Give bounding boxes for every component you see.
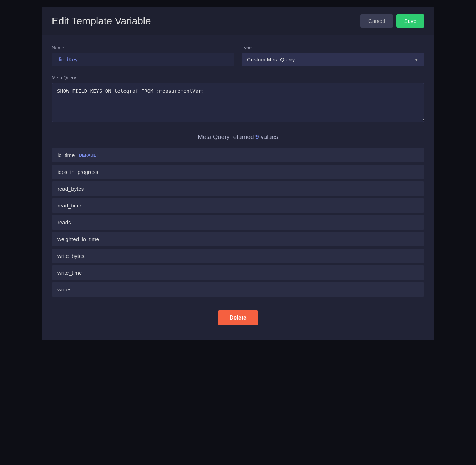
- result-item-name: write_time: [57, 270, 82, 276]
- result-summary-suffix: values: [259, 134, 278, 140]
- modal-header: Edit Template Variable Cancel Save: [42, 7, 434, 35]
- query-result-info: Meta Query returned 9 values: [52, 134, 424, 141]
- result-count: 9: [255, 134, 259, 140]
- list-item[interactable]: read_time: [52, 198, 424, 213]
- list-item[interactable]: weighted_io_time: [52, 232, 424, 246]
- result-item-name: iops_in_progress: [57, 169, 98, 175]
- meta-query-group: Meta Query: [52, 74, 424, 124]
- result-item-name: reads: [57, 219, 71, 225]
- result-list: io_timeDEFAULTiops_in_progressread_bytes…: [52, 148, 424, 297]
- header-buttons: Cancel Save: [360, 14, 424, 28]
- meta-query-label: Meta Query: [52, 75, 76, 80]
- result-item-name: writes: [57, 286, 71, 292]
- type-group: Type Custom Meta Query ▼: [242, 45, 424, 66]
- modal: Edit Template Variable Cancel Save Name …: [42, 7, 434, 340]
- result-summary-prefix: Meta Query returned: [198, 134, 256, 140]
- save-button[interactable]: Save: [396, 14, 424, 28]
- list-item[interactable]: iops_in_progress: [52, 165, 424, 179]
- form-row: Name Type Custom Meta Query ▼: [52, 45, 424, 66]
- result-item-name: io_time: [57, 152, 75, 158]
- list-item[interactable]: writes: [52, 282, 424, 297]
- result-item-name: write_bytes: [57, 253, 85, 259]
- type-select[interactable]: Custom Meta Query ▼: [242, 52, 424, 66]
- modal-overlay: Edit Template Variable Cancel Save Name …: [0, 0, 476, 465]
- name-label: Name: [52, 45, 234, 50]
- type-select-value: Custom Meta Query: [247, 56, 295, 62]
- modal-body: Name Type Custom Meta Query ▼ Meta Query…: [42, 35, 434, 340]
- result-item-name: read_bytes: [57, 186, 84, 192]
- list-item[interactable]: write_time: [52, 265, 424, 280]
- result-item-name: read_time: [57, 202, 81, 209]
- result-badge: DEFAULT: [79, 153, 98, 158]
- meta-query-textarea[interactable]: [52, 83, 424, 122]
- delete-row: Delete: [52, 307, 424, 330]
- cancel-button[interactable]: Cancel: [360, 14, 393, 28]
- name-group: Name: [52, 45, 234, 66]
- delete-button[interactable]: Delete: [218, 310, 258, 325]
- chevron-down-icon: ▼: [414, 57, 419, 62]
- list-item[interactable]: write_bytes: [52, 249, 424, 263]
- list-item[interactable]: io_timeDEFAULT: [52, 148, 424, 162]
- modal-title: Edit Template Variable: [52, 15, 151, 27]
- list-item[interactable]: reads: [52, 215, 424, 230]
- result-item-name: weighted_io_time: [57, 236, 99, 242]
- name-input[interactable]: [52, 52, 234, 66]
- type-label: Type: [242, 45, 424, 50]
- list-item[interactable]: read_bytes: [52, 181, 424, 196]
